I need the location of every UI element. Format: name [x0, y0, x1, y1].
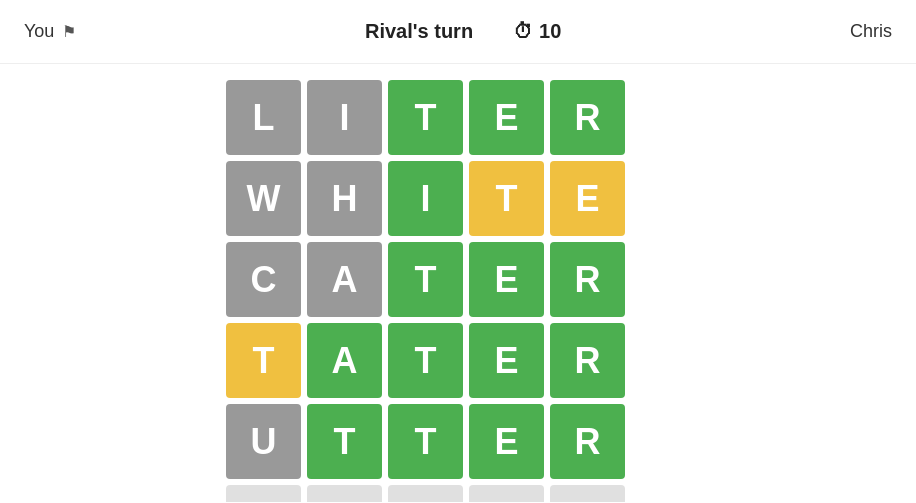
timer-value: 10 — [539, 20, 561, 43]
tile-0-3: E — [469, 80, 544, 155]
tile-3-0: T — [226, 323, 301, 398]
tile-5-2 — [388, 485, 463, 502]
timer-section: ⏱ 10 — [513, 20, 561, 43]
tile-5-4 — [550, 485, 625, 502]
timer-icon: ⏱ — [513, 20, 533, 43]
tile-1-3: T — [469, 161, 544, 236]
tile-3-2: T — [388, 323, 463, 398]
tile-3-3: E — [469, 323, 544, 398]
tile-5-1 — [307, 485, 382, 502]
tile-0-4: R — [550, 80, 625, 155]
tile-5-0 — [226, 485, 301, 502]
word-grid: LITERWHITECATERTATERUTTER — [218, 72, 698, 502]
tile-1-2: I — [388, 161, 463, 236]
tile-1-0: W — [226, 161, 301, 236]
tile-2-3: E — [469, 242, 544, 317]
tile-4-4: R — [550, 404, 625, 479]
you-label: You — [24, 21, 54, 42]
grid-wrapper[interactable]: LITERWHITECATERTATERUTTER — [218, 72, 698, 502]
tile-4-1: T — [307, 404, 382, 479]
tile-2-0: C — [226, 242, 301, 317]
tile-1-4: E — [550, 161, 625, 236]
grid-row: WHITE — [226, 161, 686, 236]
tile-4-2: T — [388, 404, 463, 479]
tile-2-2: T — [388, 242, 463, 317]
tile-0-0: L — [226, 80, 301, 155]
grid-row: CATER — [226, 242, 686, 317]
main-area: LITERWHITECATERTATERUTTER — [0, 64, 916, 503]
you-section: You ⚑ — [24, 21, 76, 42]
tile-5-3 — [469, 485, 544, 502]
tile-3-4: R — [550, 323, 625, 398]
grid-row — [226, 485, 686, 502]
tile-1-1: H — [307, 161, 382, 236]
tile-2-1: A — [307, 242, 382, 317]
header: You ⚑ Rival's turn ⏱ 10 Chris — [0, 0, 916, 64]
grid-row: LITER — [226, 80, 686, 155]
tile-4-0: U — [226, 404, 301, 479]
tile-0-2: T — [388, 80, 463, 155]
tile-2-4: R — [550, 242, 625, 317]
grid-row: UTTER — [226, 404, 686, 479]
player-name: Chris — [850, 21, 892, 42]
flag-icon[interactable]: ⚑ — [62, 22, 76, 41]
tile-3-1: A — [307, 323, 382, 398]
tile-0-1: I — [307, 80, 382, 155]
rival-turn-label: Rival's turn — [365, 20, 473, 43]
tile-4-3: E — [469, 404, 544, 479]
grid-row: TATER — [226, 323, 686, 398]
